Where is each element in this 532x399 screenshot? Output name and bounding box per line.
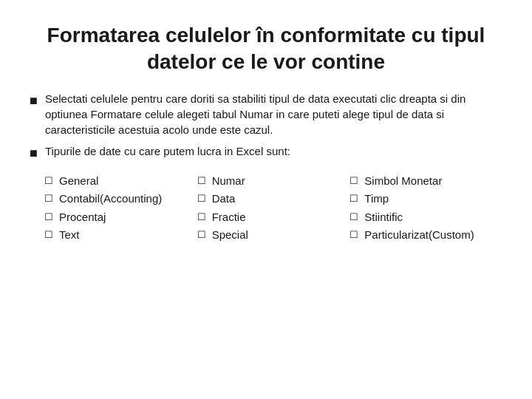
sub-checkbox-6: ☐: [349, 191, 358, 206]
sub-item-text-7: Procentaj: [59, 209, 197, 226]
sub-item-9: ☐Stiintific: [349, 209, 502, 226]
sub-checkbox-8: ☐: [197, 210, 206, 225]
sub-item-text-8: Fractie: [212, 209, 350, 226]
bullet-dot-2: ■: [30, 144, 38, 163]
sub-checkbox-10: ☐: [44, 228, 53, 242]
sub-checkbox-9: ☐: [349, 210, 358, 225]
sub-item-10: ☐Text: [44, 227, 197, 244]
bullet-item-2: ■ Tipurile de date cu care putem lucra i…: [30, 143, 502, 163]
sub-item-3: ☐Simbol Monetar: [349, 173, 502, 190]
sub-checkbox-5: ☐: [197, 191, 206, 206]
sub-checkbox-7: ☐: [44, 210, 53, 225]
bullet-dot-1: ■: [30, 92, 38, 110]
sub-item-text-2: Numar: [212, 173, 350, 190]
bullet-item-1: ■ Selectati celulele pentru care doriti …: [30, 91, 502, 137]
sub-item-5: ☐Data: [197, 191, 350, 208]
sub-item-4: ☐Contabil(Accounting): [44, 191, 197, 208]
sub-checkbox-12: ☐: [349, 228, 358, 242]
sub-checkbox-2: ☐: [197, 174, 206, 188]
sub-item-2: ☐Numar: [197, 173, 350, 190]
sub-checkbox-1: ☐: [44, 174, 53, 188]
sub-items-list: ☐General☐Numar☐Simbol Monetar☐Contabil(A…: [30, 173, 502, 244]
slide: Formatarea celulelor în conformitate cu …: [0, 0, 532, 399]
sub-item-6: ☐Timp: [349, 191, 502, 208]
sub-item-text-5: Data: [212, 191, 350, 208]
bullet-text-1: Selectati celulele pentru care doriti sa…: [45, 91, 502, 137]
sub-checkbox-11: ☐: [197, 228, 206, 242]
sub-item-text-1: General: [59, 173, 197, 190]
sub-item-11: ☐Special: [197, 227, 350, 244]
sub-item-12: ☐Particularizat(Custom): [349, 227, 502, 244]
sub-item-text-10: Text: [59, 227, 197, 244]
sub-item-text-6: Timp: [364, 191, 502, 208]
bullet-text-2: Tipurile de date cu care putem lucra in …: [45, 143, 502, 159]
sub-item-text-3: Simbol Monetar: [364, 173, 502, 190]
sub-item-1: ☐General: [44, 173, 197, 190]
sub-item-8: ☐Fractie: [197, 209, 350, 226]
slide-title: Formatarea celulelor în conformitate cu …: [30, 22, 502, 76]
sub-item-text-4: Contabil(Accounting): [59, 191, 197, 208]
slide-content: ■ Selectati celulele pentru care doriti …: [30, 91, 502, 377]
sub-item-text-11: Special: [212, 227, 350, 244]
sub-item-7: ☐Procentaj: [44, 209, 197, 226]
sub-item-text-9: Stiintific: [364, 209, 502, 226]
sub-checkbox-3: ☐: [349, 174, 358, 188]
sub-checkbox-4: ☐: [44, 191, 53, 206]
sub-item-text-12: Particularizat(Custom): [364, 227, 502, 244]
